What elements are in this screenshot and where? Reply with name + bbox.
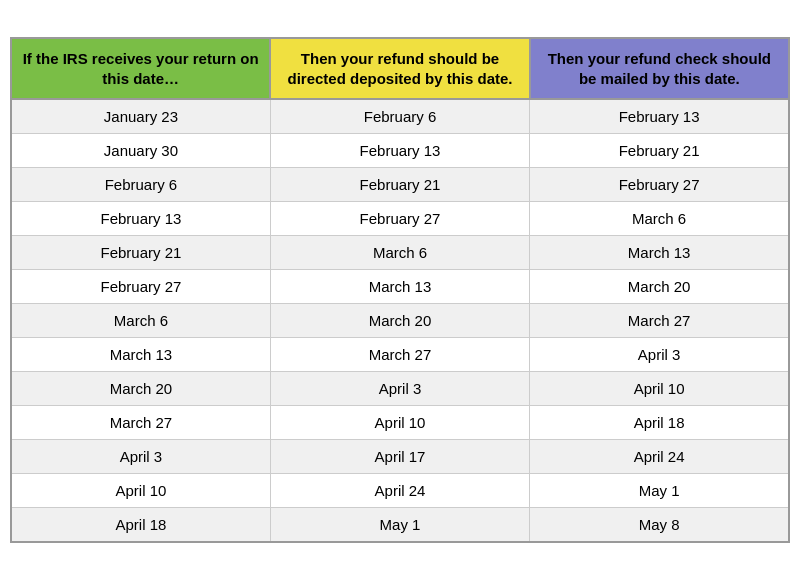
table-row: February 21March 6March 13: [11, 236, 789, 270]
cell-col1: April 3: [11, 440, 270, 474]
cell-col3: February 27: [530, 168, 789, 202]
cell-col1: March 27: [11, 406, 270, 440]
table-row: February 13February 27March 6: [11, 202, 789, 236]
cell-col3: February 21: [530, 134, 789, 168]
table-row: February 27March 13March 20: [11, 270, 789, 304]
table-row: April 10April 24May 1: [11, 474, 789, 508]
cell-col3: April 10: [530, 372, 789, 406]
cell-col2: April 17: [270, 440, 529, 474]
table-row: April 3April 17April 24: [11, 440, 789, 474]
table-row: January 23February 6February 13: [11, 99, 789, 134]
table-row: April 18May 1May 8: [11, 508, 789, 543]
cell-col1: February 21: [11, 236, 270, 270]
cell-col1: April 18: [11, 508, 270, 543]
cell-col1: February 27: [11, 270, 270, 304]
cell-col1: March 20: [11, 372, 270, 406]
cell-col2: May 1: [270, 508, 529, 543]
cell-col3: April 24: [530, 440, 789, 474]
cell-col2: February 27: [270, 202, 529, 236]
cell-col2: April 10: [270, 406, 529, 440]
cell-col1: February 13: [11, 202, 270, 236]
table-row: February 6February 21February 27: [11, 168, 789, 202]
table-row: January 30February 13February 21: [11, 134, 789, 168]
cell-col1: February 6: [11, 168, 270, 202]
table-row: March 13March 27April 3: [11, 338, 789, 372]
cell-col2: April 3: [270, 372, 529, 406]
header-col3: Then your refund check should be mailed …: [530, 38, 789, 99]
cell-col3: May 8: [530, 508, 789, 543]
cell-col2: February 21: [270, 168, 529, 202]
cell-col3: March 13: [530, 236, 789, 270]
cell-col1: March 13: [11, 338, 270, 372]
cell-col3: March 27: [530, 304, 789, 338]
cell-col3: March 20: [530, 270, 789, 304]
cell-col1: January 23: [11, 99, 270, 134]
cell-col1: April 10: [11, 474, 270, 508]
cell-col1: January 30: [11, 134, 270, 168]
header-col1: If the IRS receives your return on this …: [11, 38, 270, 99]
table-row: March 20April 3April 10: [11, 372, 789, 406]
table-wrapper: If the IRS receives your return on this …: [10, 37, 790, 543]
cell-col2: March 20: [270, 304, 529, 338]
cell-col2: April 24: [270, 474, 529, 508]
cell-col3: May 1: [530, 474, 789, 508]
cell-col1: March 6: [11, 304, 270, 338]
cell-col3: March 6: [530, 202, 789, 236]
table-row: March 6March 20March 27: [11, 304, 789, 338]
cell-col2: March 6: [270, 236, 529, 270]
cell-col2: March 27: [270, 338, 529, 372]
cell-col3: April 18: [530, 406, 789, 440]
table-row: March 27April 10April 18: [11, 406, 789, 440]
header-col2: Then your refund should be directed depo…: [270, 38, 529, 99]
cell-col2: February 13: [270, 134, 529, 168]
cell-col2: March 13: [270, 270, 529, 304]
refund-table: If the IRS receives your return on this …: [10, 37, 790, 543]
cell-col2: February 6: [270, 99, 529, 134]
cell-col3: February 13: [530, 99, 789, 134]
cell-col3: April 3: [530, 338, 789, 372]
